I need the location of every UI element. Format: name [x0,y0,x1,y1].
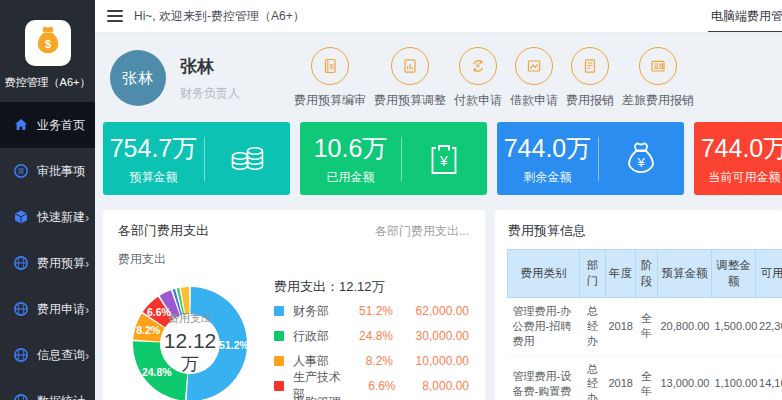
hamburger-menu-icon[interactable] [107,10,123,22]
quick-action-budget-review[interactable]: $费用预算编审 [294,47,366,109]
quick-action-payment-request[interactable]: ¥付款申请 [454,47,502,109]
app-logo[interactable]: $ [25,20,71,66]
quick-action-budget-adjust[interactable]: 费用预算调整 [374,47,446,109]
slice-percent-label: 6.6% [147,306,172,318]
donut-center-value: 12.12 [164,329,217,352]
sidebar-item-expense-apply[interactable]: 费用申请› [0,286,95,332]
photo-chart-icon [515,47,553,85]
svg-text:$: $ [44,38,50,50]
table-row[interactable]: 管理费用-设备费-购置费总经办2018全年13,000.001,100.0014… [508,355,782,400]
column-header: 预算金额 [658,250,712,298]
coins-icon [205,137,290,181]
doc-list-icon [571,47,609,85]
column-header: 部门 [580,250,606,298]
stat-value: 744.0万 [497,132,598,165]
sidebar-item-approvals[interactable]: 审批事项 [0,148,95,194]
table-cell: 全年 [636,298,658,356]
stat-card-budget-amount: 754.7万预算金额 [103,122,290,195]
svg-text:¥: ¥ [476,62,480,69]
sidebar-item-label: 数据统计 [37,393,85,400]
panel-title: 各部门费用支出 [118,222,209,240]
table-cell: 管理费用-设备费-购置费 [508,355,580,400]
budget-table: 费用类别部门年度阶段预算金额调整金额可用金额管理费用-办公费用-招聘费用总经办2… [507,249,782,400]
legend-swatch [274,331,284,341]
table-row[interactable]: 管理费用-办公费用-招聘费用总经办2018全年20,800.001,500.00… [508,298,782,356]
table-cell: 总经办 [580,355,606,400]
table-cell: 22,300.00 [756,298,782,356]
tab-pc-expense[interactable]: 电脑端费用管理 [708,0,782,33]
quick-action-loan-request[interactable]: 借款申请 [510,47,558,109]
sidebar-item-home[interactable]: 业务首页 [0,102,95,148]
table-title: 费用预算信息 [507,221,782,249]
table-cell: 全年 [636,355,658,400]
top-header: Hi~, 欢迎来到-费控管理（A6+） 电脑端费用管理 [95,0,782,33]
sidebar-menu: 业务首页审批事项快速新建›费用预算›费用申请›信息查询›数据统计› [0,102,95,400]
sidebar-item-label: 费用申请 [37,301,85,318]
quick-action-expense-reimburse[interactable]: 费用报销 [566,47,614,109]
stat-value: 744.0万 [694,132,782,165]
user-name: 张林 [180,55,240,78]
quick-action-label: 费用预算编审 [294,92,366,109]
stat-label: 当前可用金额 [694,169,782,186]
table-cell: 2018 [606,355,636,400]
doc-adjust-icon [391,47,429,85]
slice-percent-label: 24.8% [142,366,172,378]
slice-percent-label: 8.2% [136,324,161,336]
approval-icon [13,163,29,179]
department-expense-panel: 各部门费用支出 各部门费用支出... 费用支出 费用支出12.12万51.2%2… [103,210,485,400]
sidebar-item-label: 费用预算 [37,255,85,272]
legend-label: 人事部 [293,353,329,370]
sphere-icon [13,255,29,271]
sidebar-item-budget[interactable]: 费用预算› [0,240,95,286]
app-title: 费控管理（A6+） [0,75,95,90]
legend-item-2[interactable]: 人事部8.2%10,000.00 [274,351,469,371]
legend-amount: 62,000.00 [393,304,469,318]
stat-value: 10.6万 [300,132,401,165]
quick-action-travel-reimburse[interactable]: 差旅费用报销 [622,47,694,109]
legend-item-3[interactable]: 生产技术部6.6%8,000.00 [274,376,469,396]
stat-label: 已用金额 [300,169,401,186]
cube-icon [13,209,29,225]
sidebar-item-statistics[interactable]: 数据统计› [0,378,95,400]
svg-text:¥: ¥ [637,155,646,170]
table-cell: 1,500.00 [712,298,756,356]
legend-item-1[interactable]: 行政部24.8%30,000.00 [274,326,469,346]
expense-panel-selector[interactable]: 各部门费用支出... [375,223,469,240]
sidebar-item-label: 审批事项 [37,163,85,180]
stat-card-available-amount: 744.0万当前可用金额¥ [694,122,782,195]
legend-swatch [274,356,284,366]
column-header: 可用金额 [756,250,782,298]
legend-amount: 10,000.00 [393,354,469,368]
table-header-row: 费用类别部门年度阶段预算金额调整金额可用金额 [508,250,782,298]
legend-header: 费用支出：12.12万 [274,278,469,296]
column-header: 阶段 [636,250,658,298]
chevron-right-icon: › [85,303,89,316]
chevron-right-icon: › [85,211,89,224]
sidebar-item-info-query[interactable]: 信息查询› [0,332,95,378]
app-root: $ 费控管理（A6+） 业务首页审批事项快速新建›费用预算›费用申请›信息查询›… [0,0,782,400]
money-bag-yen-icon: ¥ [599,137,684,181]
panel-subtitle: 费用支出 [118,251,469,268]
quick-action-label: 付款申请 [454,92,502,109]
donut-center-unit: 万 [181,354,199,374]
content: 张林 张林 财务负责人 $费用预算编审费用预算调整¥付款申请借款申请费用报销差旅… [95,33,782,400]
stat-card-used-amount: 10.6万已用金额¥ [300,122,487,195]
sidebar: $ 费控管理（A6+） 业务首页审批事项快速新建›费用预算›费用申请›信息查询›… [0,0,95,400]
sidebar-item-label: 快速新建 [37,209,85,226]
doc-dollar-icon: $ [311,47,349,85]
quick-actions: $费用预算编审费用预算调整¥付款申请借款申请费用报销差旅费用报销 [294,47,694,109]
avatar: 张林 [110,50,166,106]
chevron-right-icon: › [85,349,89,362]
table-cell: 20,800.00 [658,298,712,356]
sidebar-item-label: 信息查询 [37,347,85,364]
money-bag-icon: $ [31,24,65,62]
donut-center-label: 费用支出 [168,312,212,324]
quick-action-label: 费用报销 [566,92,614,109]
legend-swatch [274,381,284,391]
main-area: Hi~, 欢迎来到-费控管理（A6+） 电脑端费用管理 张林 张林 财务负责人 … [95,0,782,400]
chevron-right-icon: › [85,257,89,270]
sidebar-item-quick-create[interactable]: 快速新建› [0,194,95,240]
clipboard-yen-icon: ¥ [402,137,487,181]
newspaper-icon [639,47,677,85]
legend-item-0[interactable]: 财务部51.2%62,000.00 [274,301,469,321]
